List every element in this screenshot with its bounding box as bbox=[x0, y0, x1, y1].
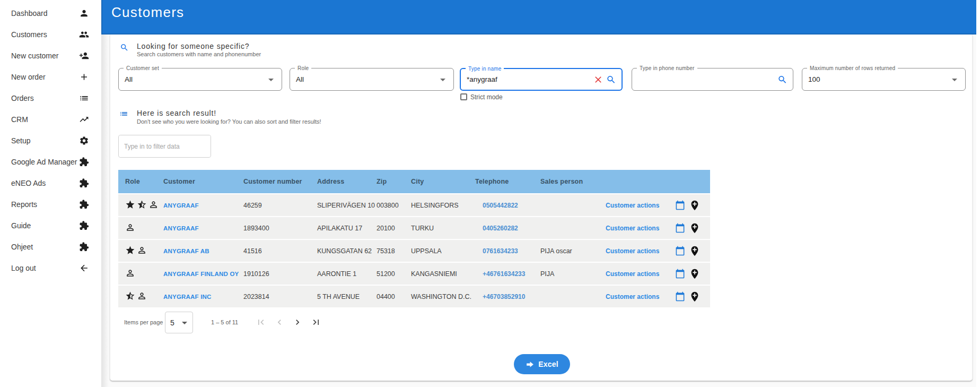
sidebar-item-eneo-ads[interactable]: eNEO Ads bbox=[0, 173, 101, 194]
sidebar: DashboardCustomersNew customerNew orderO… bbox=[0, 0, 101, 387]
customer-link[interactable]: ANYGRAAF FINLAND OY bbox=[163, 271, 239, 277]
calendar-icon[interactable] bbox=[675, 245, 685, 256]
max-rows-field[interactable]: Maximum number of rows returned 100 bbox=[802, 68, 966, 91]
sidebar-item-log-out[interactable]: Log out bbox=[0, 257, 101, 279]
customer-actions-link[interactable]: Customer actions bbox=[606, 293, 659, 300]
trending-up-icon bbox=[79, 115, 89, 125]
page-size-select[interactable]: 5 bbox=[165, 312, 193, 333]
star-icon bbox=[125, 200, 135, 211]
customer-link[interactable]: ANYGRAAF INC bbox=[163, 294, 212, 300]
city-cell: TURKU bbox=[404, 225, 468, 232]
telephone-cell: +46703852910 bbox=[468, 293, 533, 300]
sidebar-item-guide[interactable]: Guide bbox=[0, 215, 101, 236]
phone-label: Type in phone number bbox=[637, 65, 697, 71]
first-page-button[interactable] bbox=[256, 317, 266, 328]
clear-icon[interactable] bbox=[593, 74, 603, 85]
address-cell: 5 TH AVENUE bbox=[310, 293, 370, 300]
sidebar-item-dashboard[interactable]: Dashboard bbox=[0, 3, 101, 24]
list-icon bbox=[119, 109, 128, 118]
customer-actions-link[interactable]: Customer actions bbox=[606, 225, 659, 232]
role-field[interactable]: Role All bbox=[290, 68, 454, 91]
column-header-sales-person[interactable]: Sales person bbox=[533, 178, 599, 185]
sidebar-item-crm[interactable]: CRM bbox=[0, 109, 101, 130]
results-table: RoleCustomerCustomer numberAddressZipCit… bbox=[118, 170, 710, 307]
calendar-icon[interactable] bbox=[675, 291, 685, 302]
excel-export-button[interactable]: Excel bbox=[514, 354, 570, 374]
sidebar-item-reports[interactable]: Reports bbox=[0, 194, 101, 215]
sidebar-item-setup[interactable]: Setup bbox=[0, 130, 101, 151]
phone-field[interactable]: Type in phone number bbox=[632, 68, 793, 91]
table-body: ANYGRAAF46259SLIPERIVÄGEN 10003800HELSIN… bbox=[118, 194, 710, 307]
zip-cell: 75318 bbox=[370, 247, 404, 255]
column-header-telephone[interactable]: Telephone bbox=[468, 178, 533, 185]
telephone-link[interactable]: +46761634233 bbox=[483, 270, 525, 278]
chevron-down-icon[interactable] bbox=[952, 79, 957, 81]
person-outline-icon bbox=[137, 245, 147, 257]
add-location-icon[interactable] bbox=[689, 222, 701, 234]
app-toolbar: Customers bbox=[101, 0, 976, 35]
customer-set-value: All bbox=[125, 68, 133, 90]
person-icon bbox=[79, 8, 89, 19]
name-field[interactable]: Type in name *anygraaf bbox=[460, 68, 623, 91]
add-location-icon[interactable] bbox=[689, 291, 701, 303]
customer-actions-link[interactable]: Customer actions bbox=[606, 270, 659, 278]
customer-link[interactable]: ANYGRAAF AB bbox=[163, 248, 209, 254]
calendar-icon[interactable] bbox=[675, 268, 685, 279]
search-name-icon[interactable] bbox=[606, 74, 616, 84]
previous-page-button[interactable] bbox=[274, 317, 285, 328]
strict-mode-label: Strict mode bbox=[470, 93, 503, 101]
column-header-address[interactable]: Address bbox=[310, 178, 370, 185]
zip-cell: 20100 bbox=[370, 225, 404, 232]
puzzle-icon bbox=[79, 221, 89, 231]
customer-link[interactable]: ANYGRAAF bbox=[163, 225, 199, 231]
max-rows-label: Maximum number of rows returned bbox=[807, 65, 898, 71]
customer-number-cell: 1893400 bbox=[237, 225, 310, 232]
actions-cell: Customer actions bbox=[599, 268, 710, 280]
filter-input[interactable] bbox=[119, 135, 211, 157]
table-row: ANYGRAAF FINLAND OY1910126AARONTIE 15120… bbox=[118, 263, 710, 285]
sidebar-item-label: CRM bbox=[11, 115, 28, 124]
customer-set-field[interactable]: Customer set All bbox=[118, 68, 282, 91]
sidebar-item-orders[interactable]: Orders bbox=[0, 88, 101, 109]
next-page-button[interactable] bbox=[292, 317, 303, 328]
address-cell: AARONTIE 1 bbox=[310, 270, 370, 278]
column-header-customer-number[interactable]: Customer number bbox=[237, 178, 310, 185]
telephone-link[interactable]: 0761634233 bbox=[483, 247, 518, 255]
add-location-icon[interactable] bbox=[689, 268, 701, 280]
gear-icon bbox=[79, 136, 89, 146]
sidebar-item-ohjeet[interactable]: Ohjeet bbox=[0, 236, 101, 257]
city-cell: KANGASNIEMI bbox=[404, 270, 468, 278]
star-half-icon bbox=[137, 200, 147, 211]
customer-actions-link[interactable]: Customer actions bbox=[606, 247, 659, 255]
search-phone-icon[interactable] bbox=[777, 74, 788, 84]
search-section-title: Looking for someone specific? bbox=[137, 42, 249, 50]
add-location-icon[interactable] bbox=[689, 200, 701, 211]
customer-number-cell: 1910126 bbox=[237, 270, 310, 278]
sidebar-item-new-customer[interactable]: New customer bbox=[0, 45, 101, 66]
customer-link[interactable]: ANYGRAAF bbox=[163, 202, 199, 209]
column-header-customer[interactable]: Customer bbox=[156, 178, 237, 185]
sidebar-item-customers[interactable]: Customers bbox=[0, 24, 101, 45]
column-header-city[interactable]: City bbox=[404, 178, 468, 185]
telephone-link[interactable]: +46703852910 bbox=[483, 293, 525, 300]
paginator-range: 1 – 5 of 11 bbox=[211, 319, 238, 325]
column-header-role[interactable]: Role bbox=[118, 178, 156, 185]
sidebar-item-new-order[interactable]: New order bbox=[0, 66, 101, 88]
sidebar-item-google-ad-manager[interactable]: Google Ad Manager bbox=[0, 151, 101, 173]
telephone-link[interactable]: 0405260282 bbox=[483, 225, 518, 232]
sidebar-item-label: New order bbox=[11, 73, 46, 81]
customer-cell: ANYGRAAF bbox=[156, 202, 237, 209]
telephone-link[interactable]: 0505442822 bbox=[483, 202, 518, 209]
last-page-button[interactable] bbox=[311, 317, 321, 328]
strict-mode-checkbox[interactable] bbox=[460, 93, 467, 100]
column-header-zip[interactable]: Zip bbox=[370, 178, 404, 185]
puzzle-icon bbox=[79, 178, 89, 188]
calendar-icon[interactable] bbox=[675, 200, 685, 211]
customer-actions-link[interactable]: Customer actions bbox=[606, 202, 659, 209]
add-location-icon[interactable] bbox=[689, 245, 701, 257]
calendar-icon[interactable] bbox=[675, 222, 685, 234]
results-section-subtitle: Don't see who you were looking for? You … bbox=[137, 118, 321, 125]
chevron-down-icon[interactable] bbox=[268, 79, 274, 81]
chevron-down-icon[interactable] bbox=[440, 79, 445, 81]
sidebar-item-label: Customers bbox=[11, 30, 47, 39]
